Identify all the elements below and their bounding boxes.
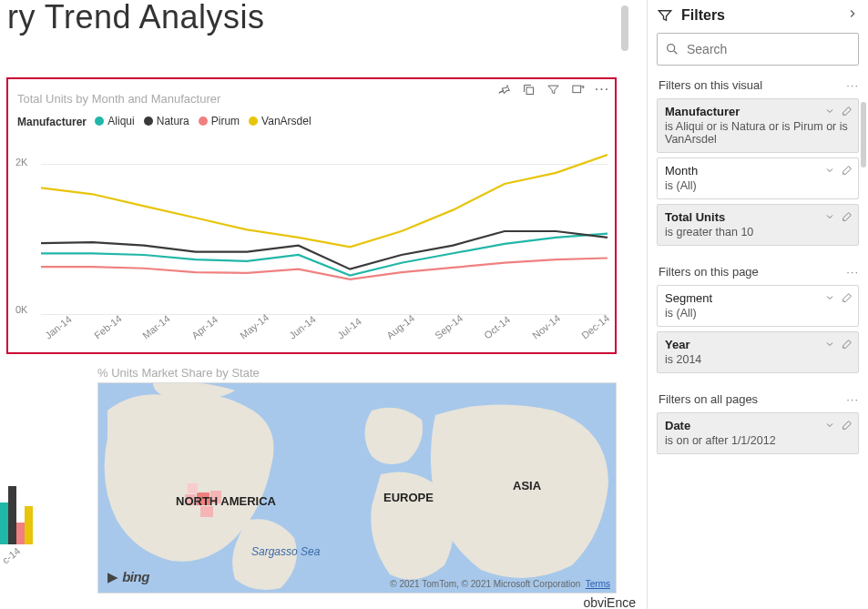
map-attribution: © 2021 TomTom, © 2021 Microsoft Corporat… [390,579,610,589]
section-visual-label: Filters on this visual [659,78,762,92]
bing-logo: ▶ bing [107,569,149,585]
chevron-down-icon[interactable] [824,165,835,179]
series-line [41,155,608,247]
x-tick: Aug-14 [384,312,416,340]
x-tick: Mar-14 [140,313,172,341]
y-tick-0k: 0K [15,304,27,315]
filter-icon[interactable] [546,82,560,96]
report-canvas: ry Trend Analysis ··· Total Units by Mon… [0,0,647,609]
legend-item[interactable]: Pirum [199,115,240,127]
y-tick-2k: 2K [15,157,27,167]
svg-rect-1 [572,86,580,93]
filter-pane-icon [657,7,673,24]
legend-item[interactable]: VanArsdel [249,115,311,127]
filter-card-date[interactable]: Date is on or after 1/1/2012 [657,412,859,454]
filter-card-total-units[interactable]: Total Units is greater than 10 [657,204,859,246]
filter-search[interactable] [657,33,859,66]
map-label-sea: Sargasso Sea [251,545,320,558]
legend-item[interactable]: Aliqui [95,115,134,127]
visual-toolbar: ··· [496,82,609,96]
svg-point-8 [668,45,675,52]
pin-icon[interactable] [496,82,511,96]
filter-card-segment[interactable]: Segment is (All) [657,285,859,327]
section-visual-more[interactable]: ··· [846,78,859,92]
chevron-down-icon[interactable] [824,292,835,307]
x-tick: Oct-14 [482,314,512,341]
chart-plot-area: 2K 0K Jan-14Feb-14Mar-14Apr-14May-14Jun-… [15,143,608,314]
chevron-down-icon[interactable] [824,420,835,434]
x-tick: Sep-14 [433,312,465,340]
filters-pane: Filters Filters on this visual ··· Manuf… [647,0,868,609]
svg-rect-0 [526,87,534,95]
eraser-icon[interactable] [841,106,853,120]
x-tick: Dec-14 [579,312,611,340]
chart-lines [41,143,608,317]
collapse-pane-icon[interactable] [846,7,859,24]
x-tick: Jun-14 [287,313,318,340]
chevron-down-icon[interactable] [824,339,835,353]
svg-rect-7 [188,483,198,493]
chevron-down-icon[interactable] [824,211,835,226]
search-input[interactable] [687,42,851,56]
series-line [41,234,608,276]
map-title: % Units Market Share by State [97,366,260,380]
section-page-label: Filters on this page [659,265,759,279]
eraser-icon[interactable] [841,211,853,226]
x-tick: Jan-14 [43,313,74,340]
filters-scrollbar[interactable] [861,102,866,167]
map-label-eu: EUROPE [383,491,434,504]
more-icon[interactable]: ··· [595,82,609,96]
bar-chart-fragment: c-14 [0,475,41,566]
x-tick: Feb-14 [92,313,124,341]
section-all-more[interactable]: ··· [846,392,859,406]
section-page-more[interactable]: ··· [846,265,859,279]
filters-title: Filters [681,7,838,24]
map-label-na: NORTH AMERICA [176,494,276,508]
copy-icon[interactable] [521,82,536,96]
chart-legend: Manufacturer AliquiNaturaPirumVanArsdel [8,106,615,128]
series-line [41,259,608,279]
x-tick: Apr-14 [189,314,220,341]
canvas-scrollbar[interactable] [621,5,628,51]
eraser-icon[interactable] [841,165,853,179]
filter-card-manufacturer[interactable]: Manufacturer is Aliqui or is Natura or i… [657,98,859,153]
eraser-icon[interactable] [841,420,853,434]
x-tick: May-14 [238,311,271,340]
chevron-down-icon[interactable] [824,106,835,120]
series-line [41,231,608,269]
map-visual[interactable]: NORTH AMERICA EUROPE ASIA Sargasso Sea ▶… [97,382,617,594]
legend-heading: Manufacturer [17,116,87,128]
focus-icon[interactable] [570,82,585,96]
eraser-icon[interactable] [841,292,853,307]
x-tick: Nov-14 [530,312,562,340]
legend-item[interactable]: Natura [144,115,189,127]
filter-card-year[interactable]: Year is 2014 [657,331,859,373]
map-terms-link[interactable]: Terms [586,579,610,589]
x-axis: Jan-14Feb-14Mar-14Apr-14May-14Jun-14Jul-… [43,316,608,349]
filter-card-month[interactable]: Month is (All) [657,157,859,199]
page-title: ry Trend Analysis [7,0,265,36]
search-icon [665,42,679,56]
line-chart-visual[interactable]: ··· Total Units by Month and Manufacture… [6,77,617,354]
bar-frag-xlabel: c-14 [0,545,22,566]
x-tick: Jul-14 [335,316,363,341]
map-label-as: ASIA [513,479,541,492]
eraser-icon[interactable] [841,339,853,353]
section-all-label: Filters on all pages [659,392,758,406]
obvience-label: obviEnce [583,595,636,609]
